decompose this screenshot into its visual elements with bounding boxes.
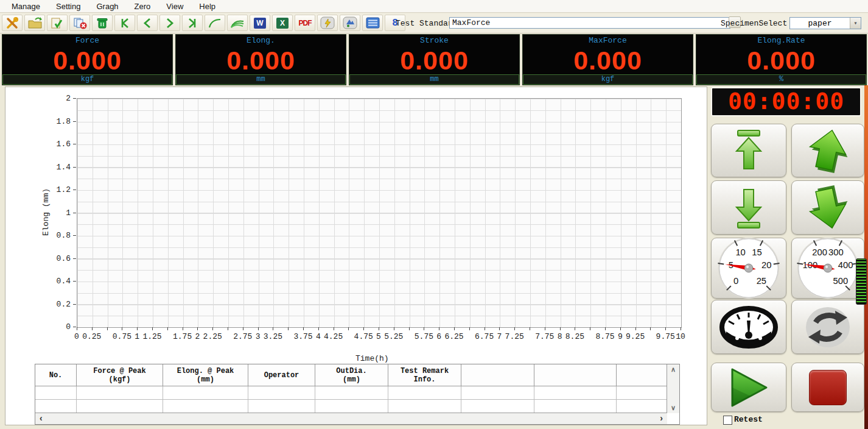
tools-button[interactable] <box>2 15 23 31</box>
table-row[interactable] <box>35 400 679 413</box>
x-tick-label: 7.75 <box>535 332 554 341</box>
x-tick-mark <box>152 327 153 330</box>
calc-button[interactable] <box>317 15 338 31</box>
menu-item-zero[interactable]: Zero <box>127 2 159 11</box>
x-tick-mark <box>635 327 636 330</box>
x-tick-mark <box>107 327 108 330</box>
table-vscrollbar[interactable]: ∧ ∨ <box>667 364 679 413</box>
excel-export-button[interactable]: X <box>272 15 293 31</box>
table-cell <box>315 386 388 400</box>
clear-button[interactable] <box>92 15 113 31</box>
delete-record-button[interactable] <box>69 15 90 31</box>
meter-button[interactable] <box>711 300 786 354</box>
y-tick-mark <box>73 327 76 327</box>
menu-item-setting[interactable]: Setting <box>48 2 88 11</box>
x-tick-mark <box>258 327 259 330</box>
display-panel-stroke: Stroke0.000mm <box>349 34 520 85</box>
menu-item-view[interactable]: View <box>158 2 191 11</box>
x-tick-mark <box>665 327 666 330</box>
menu-item-gragh[interactable]: Gragh <box>88 2 126 11</box>
prev-record-button[interactable] <box>137 15 158 31</box>
report-button[interactable] <box>362 15 383 31</box>
retest-label: Retest <box>734 415 763 424</box>
table-header-cell <box>461 364 534 386</box>
display-value: 0.000 <box>2 46 172 74</box>
scroll-right-icon[interactable]: › <box>660 413 663 424</box>
x-tick-mark <box>424 327 424 330</box>
move-to-bottom-button[interactable] <box>711 180 786 235</box>
x-tick-mark <box>514 327 515 330</box>
timer-display: 00:00:00 <box>711 87 861 116</box>
jog-up-button[interactable] <box>791 124 864 177</box>
refresh-icon <box>802 305 853 350</box>
next-record-button[interactable] <box>159 15 180 31</box>
x-tick-mark <box>137 327 138 330</box>
save-button[interactable] <box>47 15 68 31</box>
x-tick-mark <box>530 327 530 330</box>
big-up-arrow-icon <box>803 126 852 175</box>
menu-item-manage[interactable]: Manage <box>4 2 48 11</box>
first-record-button[interactable] <box>114 15 135 31</box>
x-tick-mark <box>575 327 575 330</box>
test-standard-label: Test Standard <box>396 19 457 28</box>
desktop-edge-strip <box>864 85 868 429</box>
level-meter-widget <box>856 258 867 305</box>
x-tick-mark <box>409 327 410 330</box>
x-tick-label: 8.75 <box>595 332 614 341</box>
dropdown-arrow-icon[interactable]: ▾ <box>850 18 861 29</box>
svg-text:500: 500 <box>833 276 849 286</box>
force-gauge-button[interactable]: 100200300400500 <box>791 238 864 299</box>
x-tick-label: 1.75 <box>173 332 192 341</box>
curves-button[interactable] <box>227 15 248 31</box>
curve-button[interactable] <box>205 15 225 31</box>
results-table: No.Force @ Peak (kgf)Elong. @ Peak (mm)O… <box>35 364 680 425</box>
y-tick-mark <box>73 258 76 259</box>
x-tick-mark <box>318 327 319 330</box>
retest-checkbox[interactable] <box>723 416 732 425</box>
menu-item-help[interactable]: Help <box>191 2 223 11</box>
y-tick-mark <box>73 98 76 99</box>
svg-text:200: 200 <box>812 247 827 257</box>
y-tick-mark <box>73 144 76 144</box>
x-tick-mark <box>499 327 500 330</box>
display-value: 0.000 <box>176 46 346 74</box>
display-unit: kgf <box>523 74 693 85</box>
x-tick-mark <box>334 327 334 330</box>
x-tick-label: 3.75 <box>293 332 312 341</box>
x-tick-label: 4.75 <box>354 332 373 341</box>
speed-gauge-icon: 0510152025 <box>713 232 785 304</box>
move-to-top-button[interactable] <box>711 124 786 177</box>
scroll-left-icon[interactable]: ‹ <box>40 413 43 424</box>
y-tick-label: 1.8 <box>46 116 71 126</box>
scroll-up-icon[interactable]: ∧ <box>667 366 679 374</box>
scroll-down-icon[interactable]: ∨ <box>667 404 679 412</box>
x-tick-mark <box>560 327 561 330</box>
first-record-icon <box>119 18 130 29</box>
last-record-button[interactable] <box>182 15 203 31</box>
word-export-button[interactable]: W <box>250 15 270 31</box>
table-cell <box>534 400 617 413</box>
table-row[interactable] <box>35 386 679 400</box>
table-cell <box>35 400 77 413</box>
y-tick-mark <box>73 213 76 213</box>
x-tick-label: 4.25 <box>324 332 343 341</box>
open-button[interactable] <box>24 15 45 31</box>
stop-test-button[interactable] <box>791 363 864 412</box>
display-value: 0.000 <box>696 46 866 74</box>
specimen-select-dropdown[interactable]: paper ▾ <box>789 17 861 29</box>
start-test-button[interactable] <box>711 363 786 412</box>
test-standard-input[interactable] <box>449 17 730 29</box>
table-hscrollbar[interactable]: ‹ › <box>35 413 667 424</box>
y-tick-mark <box>73 167 76 168</box>
pdf-export-button[interactable]: PDF <box>295 15 315 31</box>
x-tick-label: 3.25 <box>264 332 282 341</box>
table-cell <box>77 400 163 413</box>
jog-down-button[interactable] <box>791 180 864 235</box>
speed-gauge-button[interactable]: 0510152025 <box>711 238 786 299</box>
last-record-icon <box>187 18 198 29</box>
cycle-button[interactable] <box>791 300 864 354</box>
table-cell <box>77 386 163 400</box>
x-tick-label: 5.75 <box>415 332 433 341</box>
svg-text:300: 300 <box>828 247 844 257</box>
print-button[interactable] <box>340 15 360 31</box>
